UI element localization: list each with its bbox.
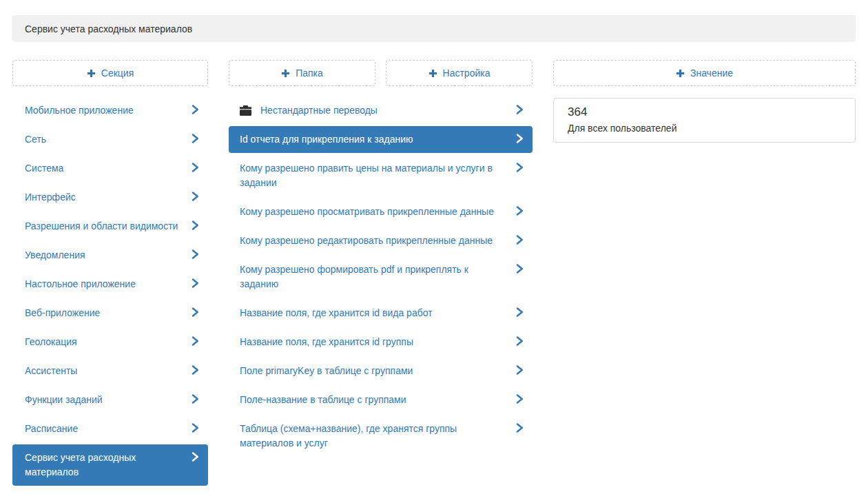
value-card[interactable]: 364 Для всех пользователей xyxy=(553,98,856,143)
sidebar-item-6[interactable]: Настольное приложение xyxy=(12,271,208,298)
value-scope: Для всех пользователей xyxy=(568,123,841,134)
list-item-label: Поле-название в таблице с группами xyxy=(240,393,509,407)
settings-page: Сервис учета расходных материалов Секция… xyxy=(0,0,868,488)
page-header: Сервис учета расходных материалов xyxy=(12,15,856,42)
list-item-label: Кому разрешено править цены на материалы… xyxy=(240,161,509,190)
list-item-label: Настольное приложение xyxy=(25,277,185,291)
chevron-right-icon xyxy=(192,307,199,317)
settings-item-4[interactable]: Кому разрешено редактировать прикрепленн… xyxy=(229,227,533,254)
chevron-right-icon xyxy=(516,365,524,375)
chevron-right-icon xyxy=(192,163,199,172)
list-item-label: Мобильное приложение xyxy=(25,103,185,118)
list-item-label: Сеть xyxy=(25,132,185,147)
chevron-right-icon xyxy=(192,365,199,375)
chevron-right-icon xyxy=(516,307,524,317)
list-item-label: Геолокация xyxy=(25,335,185,349)
add-section-label: Секция xyxy=(101,68,134,79)
list-item-label: Ассистенты xyxy=(25,364,185,378)
sidebar-item-0[interactable]: Мобильное приложение xyxy=(12,97,208,124)
chevron-right-icon xyxy=(192,336,199,346)
sidebar-item-10[interactable]: Функции заданий xyxy=(12,387,208,413)
sections-column: Секция Мобильное приложение Сеть xyxy=(12,60,208,488)
list-item-label: Сервис учета расходных материалов xyxy=(25,451,185,480)
page-title: Сервис учета расходных материалов xyxy=(25,23,192,34)
list-item-label: Название поля, где хранится id группы xyxy=(240,335,509,349)
list-item-label: Уведомления xyxy=(25,248,185,263)
chevron-right-icon xyxy=(516,423,524,433)
plus-icon xyxy=(87,69,96,78)
chevron-right-icon xyxy=(192,220,199,230)
settings-item-1[interactable]: Id отчета для прикрепления к заданию xyxy=(229,126,533,153)
chevron-right-icon xyxy=(192,278,199,288)
settings-item-5[interactable]: Кому разрешено формировать pdf и прикреп… xyxy=(229,256,533,298)
sidebar-item-12[interactable]: Сервис учета расходных материалов xyxy=(12,444,208,486)
list-item-label: Функции заданий xyxy=(25,393,185,407)
columns-container: Секция Мобильное приложение Сеть xyxy=(12,60,856,488)
list-item-label: Кому разрешено редактировать прикрепленн… xyxy=(240,234,509,248)
settings-list: Нестандартные переводы Id отчета для при… xyxy=(229,97,533,457)
settings-toolbar: Папка Настройка xyxy=(229,60,533,86)
list-item-label: Кому разрешено просматривать прикрепленн… xyxy=(240,205,509,219)
sidebar-item-9[interactable]: Ассистенты xyxy=(12,358,208,384)
chevron-right-icon xyxy=(192,452,199,462)
sections-list: Мобильное приложение Сеть Система xyxy=(12,97,208,486)
chevron-right-icon xyxy=(192,134,199,143)
add-value-label: Значение xyxy=(690,68,733,79)
chevron-right-icon xyxy=(516,264,524,274)
add-section-button[interactable]: Секция xyxy=(12,60,208,86)
chevron-right-icon xyxy=(516,206,524,216)
chevron-right-icon xyxy=(516,134,524,143)
settings-item-9[interactable]: Поле-название в таблице с группами xyxy=(229,387,533,413)
plus-icon xyxy=(281,69,290,78)
values-column: Значение 364 Для всех пользователей xyxy=(553,60,856,143)
settings-item-6[interactable]: Название поля, где хранится id вида рабо… xyxy=(229,300,533,327)
list-item-label: Нестандартные переводы xyxy=(260,103,509,118)
settings-item-10[interactable]: Таблица (схема+название), где хранятся г… xyxy=(229,415,533,457)
chevron-right-icon xyxy=(192,423,199,433)
add-folder-button[interactable]: Папка xyxy=(229,60,375,86)
chevron-right-icon xyxy=(516,105,524,114)
list-item-label: Интерфейс xyxy=(25,190,185,205)
settings-item-2[interactable]: Кому разрешено править цены на материалы… xyxy=(229,155,533,196)
sidebar-item-3[interactable]: Интерфейс xyxy=(12,184,208,211)
chevron-right-icon xyxy=(516,163,524,172)
list-item-label: Название поля, где хранится id вида рабо… xyxy=(240,306,509,320)
folder-icon xyxy=(240,105,251,116)
list-item-label: Таблица (схема+название), где хранятся г… xyxy=(240,422,509,451)
settings-item-0[interactable]: Нестандартные переводы xyxy=(229,97,533,124)
sidebar-item-4[interactable]: Разрешения и области видимости xyxy=(12,213,208,240)
sidebar-item-7[interactable]: Веб-приложение xyxy=(12,300,208,327)
add-setting-label: Настройка xyxy=(443,68,490,79)
list-item-label: Система xyxy=(25,161,185,176)
settings-item-3[interactable]: Кому разрешено просматривать прикрепленн… xyxy=(229,198,533,225)
add-setting-button[interactable]: Настройка xyxy=(386,60,533,86)
list-item-label: Веб-приложение xyxy=(25,306,185,320)
list-item-label: Расписание xyxy=(25,422,185,436)
chevron-right-icon xyxy=(516,235,524,245)
sidebar-item-11[interactable]: Расписание xyxy=(12,415,208,442)
chevron-right-icon xyxy=(192,249,199,259)
chevron-right-icon xyxy=(192,394,199,404)
add-value-button[interactable]: Значение xyxy=(553,60,856,86)
settings-item-8[interactable]: Поле primaryKey в таблице с группами xyxy=(229,358,533,384)
chevron-right-icon xyxy=(192,192,199,201)
settings-column: Папка Настройка Нестандартные переводы xyxy=(229,60,533,459)
sidebar-item-8[interactable]: Геолокация xyxy=(12,329,208,356)
chevron-right-icon xyxy=(516,394,524,404)
sidebar-item-5[interactable]: Уведомления xyxy=(12,242,208,269)
settings-item-7[interactable]: Название поля, где хранится id группы xyxy=(229,329,533,356)
sidebar-item-2[interactable]: Система xyxy=(12,155,208,182)
add-folder-label: Папка xyxy=(296,68,323,79)
plus-icon xyxy=(428,69,437,78)
chevron-right-icon xyxy=(192,105,199,114)
plus-icon xyxy=(676,69,685,78)
chevron-right-icon xyxy=(516,336,524,346)
list-item-label: Разрешения и области видимости xyxy=(25,219,185,234)
list-item-label: Поле primaryKey в таблице с группами xyxy=(240,364,509,378)
value-number: 364 xyxy=(568,105,841,119)
sidebar-item-1[interactable]: Сеть xyxy=(12,126,208,153)
list-item-label: Кому разрешено формировать pdf и прикреп… xyxy=(240,263,509,291)
list-item-label: Id отчета для прикрепления к заданию xyxy=(240,132,509,147)
